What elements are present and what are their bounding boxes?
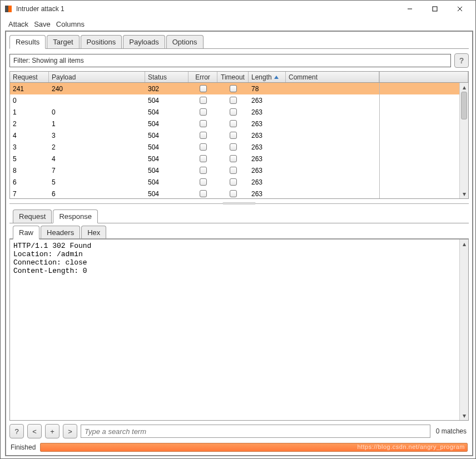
search-add-button[interactable]: + <box>45 424 60 438</box>
checkbox-icon[interactable] <box>230 120 237 127</box>
menu-save[interactable]: Save <box>34 20 51 28</box>
search-next-button[interactable]: > <box>63 424 77 438</box>
cell-status: 504 <box>145 188 189 198</box>
checkbox-icon[interactable] <box>230 167 237 174</box>
cell-blank <box>379 106 468 118</box>
cell-payload: 1 <box>49 118 145 129</box>
cell-timeout <box>217 83 249 94</box>
table-header: Request Payload Status Error Timeout Len… <box>10 72 468 83</box>
cell-comment <box>286 118 379 129</box>
tab-target[interactable]: Target <box>47 35 79 48</box>
checkbox-icon[interactable] <box>200 85 207 92</box>
checkbox-icon[interactable] <box>230 97 237 104</box>
tab-hex[interactable]: Hex <box>81 226 106 239</box>
checkbox-icon[interactable] <box>230 155 237 162</box>
table-row[interactable]: 65504263 <box>10 176 468 188</box>
table-scrollbar[interactable]: ▴ ▾ <box>459 83 468 198</box>
response-raw-text[interactable]: HTTP/1.1 302 Found Location: /admin Conn… <box>10 240 468 420</box>
tab-raw[interactable]: Raw <box>13 226 39 240</box>
search-help-button[interactable]: ? <box>9 424 24 438</box>
menu-attack[interactable]: Attack <box>8 20 28 28</box>
cell-request: 2 <box>10 118 49 129</box>
cell-blank <box>379 164 468 176</box>
tab-results[interactable]: Results <box>9 35 46 49</box>
checkbox-icon[interactable] <box>200 120 207 127</box>
menu-columns[interactable]: Columns <box>56 20 85 28</box>
cell-status: 504 <box>145 94 189 106</box>
checkbox-icon[interactable] <box>230 190 237 197</box>
col-error[interactable]: Error <box>189 72 217 82</box>
cell-length: 263 <box>249 188 286 198</box>
minimize-button[interactable] <box>397 1 422 17</box>
tab-payloads[interactable]: Payloads <box>123 35 165 48</box>
table-row[interactable]: 43504263 <box>10 129 468 141</box>
table-row[interactable]: 87504263 <box>10 164 468 176</box>
table-row[interactable]: 0504263 <box>10 94 468 106</box>
col-comment[interactable]: Comment <box>286 72 379 82</box>
table-row[interactable]: 10504263 <box>10 106 468 118</box>
tab-headers[interactable]: Headers <box>41 226 80 239</box>
tab-request[interactable]: Request <box>13 209 52 223</box>
checkbox-icon[interactable] <box>230 108 237 116</box>
table-row[interactable]: 21504263 <box>10 118 468 129</box>
checkbox-icon[interactable] <box>200 167 207 174</box>
filter-box[interactable]: Filter: Showing all items <box>9 54 451 67</box>
cell-error <box>189 188 217 198</box>
tab-response[interactable]: Response <box>53 209 98 223</box>
checkbox-icon[interactable] <box>200 190 207 197</box>
checkbox-icon[interactable] <box>200 132 207 139</box>
table-row[interactable]: 54504263 <box>10 153 468 164</box>
scroll-up-icon[interactable]: ▴ <box>460 240 468 248</box>
search-matches: 0 matches <box>434 427 469 435</box>
cell-request: 241 <box>10 83 49 94</box>
col-payload[interactable]: Payload <box>49 72 145 82</box>
table-row[interactable]: 76504263 <box>10 188 468 198</box>
checkbox-icon[interactable] <box>230 132 237 139</box>
splitter-handle[interactable] <box>222 202 256 204</box>
col-status[interactable]: Status <box>145 72 189 82</box>
scroll-up-icon[interactable]: ▴ <box>460 83 468 92</box>
app-window: Intruder attack 1 Attack Save Columns Re… <box>0 0 476 459</box>
checkbox-icon[interactable] <box>200 178 207 186</box>
checkbox-icon[interactable] <box>230 178 237 186</box>
view-tabs: Raw Headers Hex <box>6 223 472 239</box>
scroll-thumb[interactable] <box>461 92 467 119</box>
cell-length: 263 <box>249 176 286 188</box>
cell-blank <box>379 153 468 164</box>
checkbox-icon[interactable] <box>230 85 237 92</box>
tab-positions[interactable]: Positions <box>81 35 122 48</box>
response-scrollbar[interactable]: ▴ ▾ <box>459 240 468 420</box>
close-button[interactable] <box>447 1 472 17</box>
cell-blank <box>379 188 468 198</box>
cell-length: 263 <box>249 141 286 153</box>
cell-request: 3 <box>10 141 49 153</box>
scroll-down-icon[interactable]: ▾ <box>460 189 468 198</box>
checkbox-icon[interactable] <box>200 108 207 116</box>
cell-error <box>189 94 217 106</box>
checkbox-icon[interactable] <box>200 155 207 162</box>
scroll-down-icon[interactable]: ▾ <box>460 411 468 420</box>
cell-error <box>189 141 217 153</box>
search-input[interactable] <box>81 425 430 437</box>
cell-request: 8 <box>10 164 49 176</box>
table-row[interactable]: 24124030278 <box>10 83 468 94</box>
checkbox-icon[interactable] <box>230 143 237 151</box>
cell-request: 0 <box>10 94 49 106</box>
cell-request: 5 <box>10 153 49 164</box>
maximize-button[interactable] <box>422 1 447 17</box>
cell-comment <box>286 176 379 188</box>
col-timeout[interactable]: Timeout <box>217 72 249 82</box>
checkbox-icon[interactable] <box>200 97 207 104</box>
table-row[interactable]: 32504263 <box>10 141 468 153</box>
status-bar: Finished https://blog.csdn.net/angry_pro… <box>6 442 472 455</box>
checkbox-icon[interactable] <box>200 143 207 151</box>
help-button[interactable]: ? <box>454 53 469 68</box>
tab-options[interactable]: Options <box>166 35 204 48</box>
search-prev-button[interactable]: < <box>27 424 42 438</box>
cell-comment <box>286 164 379 176</box>
col-length[interactable]: Length <box>249 72 286 82</box>
col-request[interactable]: Request <box>10 72 49 82</box>
cell-error <box>189 153 217 164</box>
cell-payload: 240 <box>49 83 145 94</box>
cell-blank <box>379 141 468 153</box>
